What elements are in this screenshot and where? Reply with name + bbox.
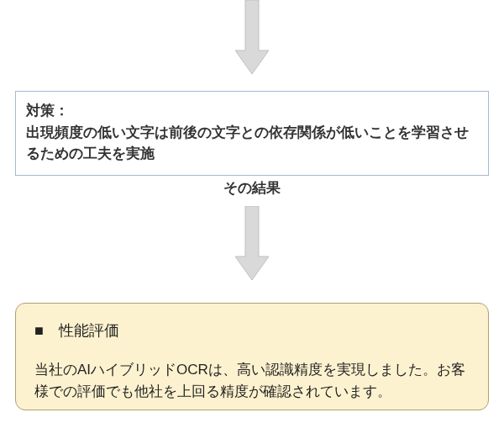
result-label: その結果	[0, 178, 504, 198]
svg-marker-1	[235, 206, 269, 280]
evaluation-box: ■ 性能評価 当社のAIハイブリッドOCRは、高い認識精度を実現しました。お客様…	[15, 303, 489, 410]
arrow-down-1	[235, 0, 269, 76]
countermeasure-body: 出現頻度の低い文字は前後の文字との依存関係が低いことを学習させるための工夫を実施	[26, 122, 478, 165]
countermeasure-title: 対策：	[26, 100, 478, 122]
arrow-down-2	[235, 206, 269, 282]
evaluation-title: ■ 性能評価	[34, 320, 470, 341]
svg-marker-0	[235, 0, 269, 74]
evaluation-body: 当社のAIハイブリッドOCRは、高い認識精度を実現しました。お客様での評価でも他…	[34, 359, 470, 404]
countermeasure-box: 対策： 出現頻度の低い文字は前後の文字との依存関係が低いことを学習させるための工…	[15, 91, 489, 176]
